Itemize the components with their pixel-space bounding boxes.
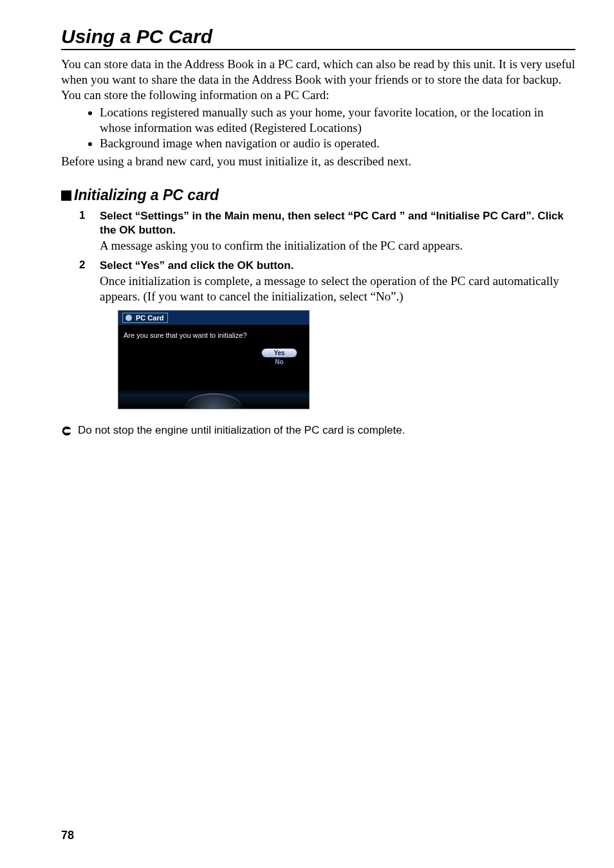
list-item: Locations registered manually such as yo… bbox=[100, 105, 575, 136]
intro-paragraph-1: You can store data in the Address Book i… bbox=[61, 57, 575, 88]
step-item: 2 Select “Yes” and click the OK button. … bbox=[79, 259, 575, 304]
page-number: 78 bbox=[61, 829, 74, 842]
step-title: Select “Yes” and click the OK button. bbox=[100, 259, 575, 272]
note-arrow-icon: ➲ bbox=[61, 423, 73, 438]
dialog-titlebar: PC Card bbox=[118, 311, 309, 325]
step-description: Once initialization is complete, a messa… bbox=[100, 273, 575, 304]
screenshot-figure: PC Card Are you sure that you want to in… bbox=[118, 310, 310, 409]
step-number: 2 bbox=[79, 259, 100, 304]
intro-paragraph-3: Before using a brand new card, you must … bbox=[61, 154, 575, 169]
intro-paragraph-2: You can store the following information … bbox=[61, 88, 575, 103]
page-title: Using a PC Card bbox=[61, 26, 575, 50]
note-text: Do not stop the engine until initializat… bbox=[78, 424, 405, 437]
square-bullet-icon bbox=[61, 190, 71, 201]
intro-bullet-list: Locations registered manually such as yo… bbox=[100, 105, 575, 151]
gear-decoration-icon bbox=[185, 393, 243, 409]
step-number: 1 bbox=[79, 209, 100, 253]
list-item: Background image when navigation or audi… bbox=[100, 136, 575, 151]
gear-icon bbox=[126, 315, 132, 321]
dialog-title-text: PC Card bbox=[136, 314, 163, 322]
step-description: A message asking you to confirm the init… bbox=[100, 238, 575, 254]
note: ➲ Do not stop the engine until initializ… bbox=[61, 423, 575, 438]
section-heading: Initializing a PC card bbox=[61, 187, 575, 204]
section-title-text: Initializing a PC card bbox=[74, 187, 219, 204]
no-button[interactable]: No bbox=[261, 358, 297, 365]
steps-list: 1 Select “Settings” in the Main menu, th… bbox=[79, 209, 575, 409]
step-item: 1 Select “Settings” in the Main menu, th… bbox=[79, 209, 575, 253]
dialog-body: Are you sure that you want to initialize… bbox=[118, 325, 309, 389]
step-title: Select “Settings” in the Main menu, then… bbox=[100, 209, 575, 237]
dialog-footer-decoration bbox=[118, 389, 309, 409]
dialog-prompt-text: Are you sure that you want to initialize… bbox=[124, 331, 304, 339]
yes-button[interactable]: Yes bbox=[261, 348, 297, 358]
